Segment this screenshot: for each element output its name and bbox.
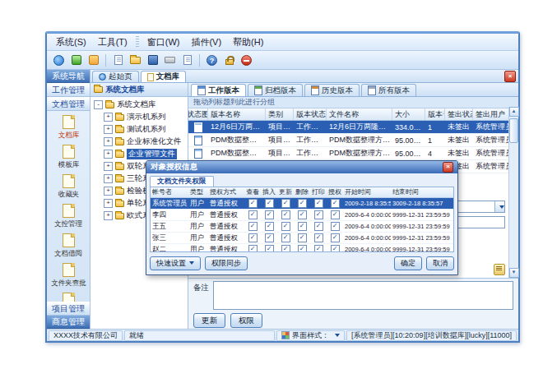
lock-button[interactable] <box>221 53 237 68</box>
insert-checkbox[interactable]: ✓ <box>265 233 274 242</box>
insert-checkbox[interactable]: ✓ <box>265 222 274 231</box>
table-row[interactable]: PDM数据整理方案2.doc 项目文档 工作版本 PDM数据整理方案2.doc … <box>188 147 518 160</box>
update-checkbox[interactable]: ✓ <box>281 233 290 242</box>
save-button[interactable] <box>145 53 160 68</box>
table-row[interactable]: PDM数据整理方案 项目文档 工作版本 PDM数据整理方案.doc 95.00K… <box>188 134 518 147</box>
tree-node-root[interactable]: - 系统文档库 <box>90 99 188 111</box>
menu-tools[interactable]: 工具(T) <box>92 35 133 49</box>
delete-checkbox[interactable]: ✓ <box>298 222 307 231</box>
update-checkbox[interactable]: ✓ <box>281 199 290 208</box>
sidebar-item-favorites[interactable]: 收藏夹 <box>58 174 80 200</box>
tab-all-versions[interactable]: 所有版本 <box>361 84 416 96</box>
permission-sync-button[interactable]: 权限同步 <box>205 256 248 270</box>
detail-field[interactable] <box>456 201 505 213</box>
expand-box[interactable]: + <box>104 125 113 134</box>
tab-doc-library[interactable]: 文档库 <box>141 71 187 82</box>
tree-node[interactable]: + 演示机系列 <box>90 111 188 123</box>
update-checkbox[interactable]: ✓ <box>281 210 290 219</box>
column-header[interactable]: 开始时间 <box>343 187 391 197</box>
help-button[interactable] <box>204 53 220 68</box>
tab-archived-version[interactable]: 归档版本 <box>248 84 303 96</box>
style-panel[interactable]: 界面样式： <box>276 330 345 341</box>
print-checkbox[interactable]: ✓ <box>314 210 323 219</box>
print-checkbox[interactable]: ✓ <box>314 199 323 208</box>
view-checkbox[interactable]: ✓ <box>248 233 258 242</box>
menu-help[interactable]: 帮助(H) <box>227 35 269 49</box>
tab-history-version[interactable]: 历史版本 <box>304 84 360 96</box>
permission-row[interactable]: 赵二 用户 普通授权 ✓ ✓ ✓ ✓ ✓ ✓ 2009-6-4 0:00:00 … <box>151 244 453 252</box>
sidebar-item-folder-approve[interactable]: 文件夹查批 <box>50 263 87 288</box>
print-button[interactable] <box>162 53 178 68</box>
insert-checkbox[interactable]: ✓ <box>265 210 274 219</box>
expand-box[interactable]: - <box>94 100 103 109</box>
sidebar-item-doc-control[interactable]: 文控管理 <box>53 204 83 229</box>
permission-button[interactable]: 权限 <box>230 313 262 328</box>
view-checkbox[interactable]: ✓ <box>248 222 258 231</box>
print-checkbox[interactable]: ✓ <box>314 222 323 231</box>
grant-checkbox[interactable]: ✓ <box>331 245 340 252</box>
sidebar-item-doc-library[interactable]: 文档库 <box>58 115 80 141</box>
document-button[interactable] <box>179 53 195 68</box>
grant-checkbox[interactable]: ✓ <box>331 199 340 208</box>
expand-box[interactable]: + <box>104 150 113 159</box>
expand-box[interactable]: + <box>104 174 113 183</box>
column-header[interactable]: 类别 <box>266 108 294 120</box>
detail-field[interactable] <box>456 216 505 228</box>
cancel-button[interactable]: 取消 <box>426 256 454 270</box>
menu-window[interactable]: 窗口(W) <box>142 35 186 49</box>
column-header[interactable]: 帐号者 <box>151 187 188 197</box>
exit-button[interactable] <box>239 53 254 68</box>
quick-setup-button[interactable]: 快速设置 <box>150 256 201 270</box>
tree-node[interactable]: + 企业标准化文件 <box>90 136 188 148</box>
scroll-up-button[interactable]: ▲ <box>509 107 519 117</box>
delete-checkbox[interactable]: ✓ <box>298 199 307 208</box>
delete-checkbox[interactable]: ✓ <box>298 245 307 252</box>
column-header[interactable]: 查看 <box>244 187 261 197</box>
sidebar-item-doc-borrow[interactable]: 文档借阅 <box>53 233 83 259</box>
grant-checkbox[interactable]: ✓ <box>331 210 340 219</box>
view-checkbox[interactable]: ✓ <box>248 199 258 208</box>
dialog-close-button[interactable] <box>443 162 453 173</box>
sidebar-item-template-library[interactable]: 模板库 <box>58 145 80 170</box>
open-folder-button[interactable] <box>128 53 143 68</box>
print-checkbox[interactable]: ✓ <box>314 233 323 242</box>
column-header[interactable]: 状态图 <box>188 108 208 120</box>
new-document-button[interactable] <box>110 53 126 68</box>
permission-row[interactable]: 张三 用户 普通授权 ✓ ✓ ✓ ✓ ✓ ✓ 2009-6-4 0:00:00 … <box>151 233 453 244</box>
grant-checkbox[interactable]: ✓ <box>331 222 340 231</box>
column-header[interactable]: 版本名称 <box>208 108 266 120</box>
expand-box[interactable]: + <box>104 211 113 220</box>
edit-note-icon[interactable] <box>494 264 505 275</box>
update-checkbox[interactable]: ✓ <box>281 222 290 231</box>
insert-checkbox[interactable]: ✓ <box>265 245 274 252</box>
update-checkbox[interactable]: ✓ <box>281 245 290 252</box>
expand-box[interactable]: + <box>104 162 113 171</box>
expand-box[interactable]: + <box>104 113 113 122</box>
tree-panel-header[interactable]: 系统文档库 <box>90 83 188 97</box>
delete-checkbox[interactable]: ✓ <box>298 233 307 242</box>
grant-checkbox[interactable]: ✓ <box>331 233 340 242</box>
tab-working-version[interactable]: 工作版本 <box>191 84 246 96</box>
expand-box[interactable]: + <box>104 187 113 196</box>
insert-checkbox[interactable]: ✓ <box>265 199 274 208</box>
favorites-button[interactable] <box>86 53 101 68</box>
permission-row[interactable]: 王五 用户 普通授权 ✓ ✓ ✓ ✓ ✓ ✓ 2009-6-4 0:00:00 … <box>151 221 453 233</box>
tree-node[interactable]: + 测试机系列 <box>90 123 188 136</box>
expand-box[interactable]: + <box>104 137 113 146</box>
sidebar-section-work[interactable]: 工作管理 <box>47 83 90 97</box>
column-header[interactable]: 版本状态 <box>294 108 327 120</box>
globe-button[interactable] <box>51 53 67 68</box>
column-header[interactable]: 插入 <box>261 187 277 197</box>
permission-row[interactable]: 李四 用户 普通授权 ✓ ✓ ✓ ✓ ✓ ✓ 2009-6-4 0:00:00 … <box>151 210 453 221</box>
sidebar-item-checked-out[interactable]: 签出的文档 <box>50 293 87 302</box>
expand-box[interactable]: + <box>104 199 113 208</box>
ok-button[interactable]: 确定 <box>394 256 422 270</box>
scroll-down-button[interactable]: ▼ <box>509 268 519 278</box>
sidebar-section-docs[interactable]: 文档管理 <box>47 97 90 111</box>
view-checkbox[interactable]: ✓ <box>248 210 258 219</box>
tree-node-selected[interactable]: + 企业管理文件 <box>90 148 188 160</box>
column-header[interactable]: 删除 <box>294 187 310 197</box>
table-row[interactable]: 12月6日万两隆两行 项目文档 工作版本 12月6日万两隆两行 334.00KB… <box>188 121 518 134</box>
vertical-scrollbar[interactable]: ▲ ▼ <box>508 107 518 278</box>
sidebar-section-project[interactable]: 项目管理 <box>47 302 90 316</box>
